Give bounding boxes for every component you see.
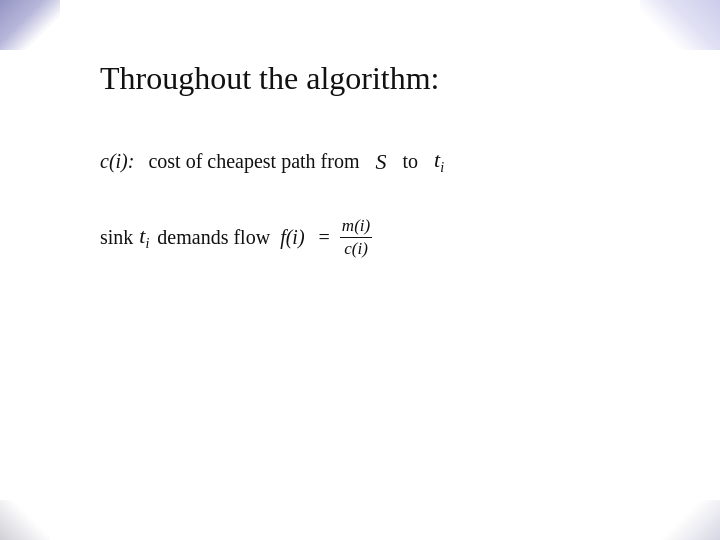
ti-symbol-2: ti	[139, 223, 149, 252]
fraction-denominator: c(i)	[342, 238, 370, 259]
corner-decoration-tl	[0, 0, 60, 50]
sink-label: sink	[100, 226, 133, 249]
f-arg: (i)	[286, 226, 305, 249]
line2-container: sink ti demands flow f (i) = m(i) c(i)	[100, 216, 680, 260]
line1-container: c(i): cost of cheapest path from S to ti	[100, 147, 680, 176]
demands-label: demands flow	[157, 226, 270, 249]
fraction-numerator: m(i)	[340, 216, 372, 238]
equals-sign: =	[319, 226, 330, 249]
corner-decoration-bl	[0, 500, 50, 540]
corner-decoration-br	[660, 500, 720, 540]
to-word: to	[402, 150, 418, 173]
ti-symbol: ti	[434, 147, 444, 176]
s-symbol: S	[375, 149, 386, 175]
ti2-sub: i	[145, 236, 149, 251]
slide-title: Throughout the algorithm:	[100, 60, 680, 97]
line1-description: cost of cheapest path from	[148, 150, 359, 173]
ci-label: c(i):	[100, 150, 134, 173]
corner-decoration-tr	[640, 0, 720, 50]
main-content: Throughout the algorithm: c(i): cost of …	[100, 60, 680, 500]
fraction: m(i) c(i)	[340, 216, 372, 260]
ti-sub: i	[440, 160, 444, 175]
